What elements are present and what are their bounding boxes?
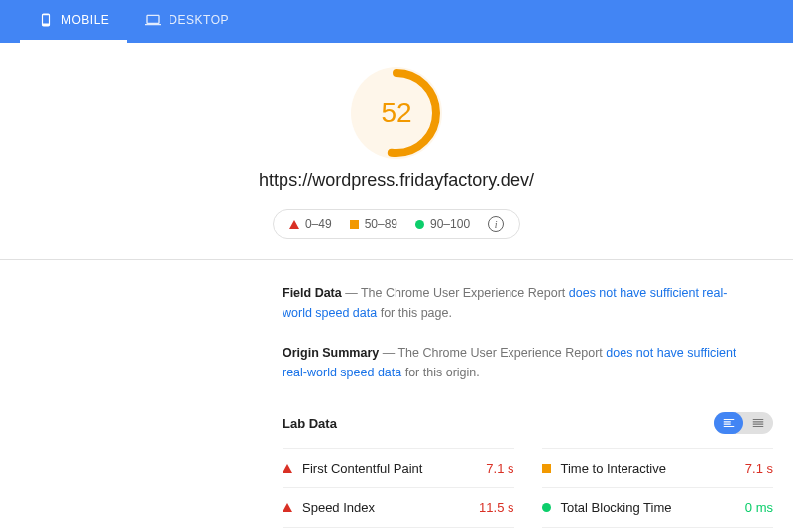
square-icon	[542, 464, 551, 473]
metric-value: 7.1 s	[486, 461, 513, 476]
origin-summary-section: Origin Summary — The Chrome User Experie…	[283, 343, 773, 382]
device-tabs: MOBILE DESKTOP	[0, 0, 793, 43]
legend-good: 90–100	[415, 217, 470, 231]
metric-name: Total Blocking Time	[561, 500, 672, 515]
legend-range: 50–89	[365, 217, 397, 231]
tested-url: https://wordpress.fridayfactory.dev/	[0, 170, 793, 191]
lab-data-header: Lab Data	[283, 412, 773, 434]
metrics-grid: First Contentful Paint 7.1 s Time to Int…	[283, 448, 773, 532]
metric-value: 11.5 s	[479, 500, 513, 515]
metric-tti: Time to Interactive 7.1 s	[542, 448, 774, 487]
info-icon[interactable]: i	[488, 216, 504, 232]
square-icon	[350, 220, 359, 229]
metric-name: First Contentful Paint	[302, 461, 422, 476]
field-data-text-pre: — The Chrome User Experience Report	[342, 286, 569, 300]
origin-summary-text-post: for this origin.	[401, 366, 480, 379]
field-data-text-post: for this page.	[377, 306, 452, 320]
laptop-icon	[145, 12, 161, 28]
legend-poor: 0–49	[289, 217, 332, 231]
toggle-right-icon	[743, 416, 773, 430]
metric-name: Time to Interactive	[561, 461, 666, 476]
triangle-icon	[289, 220, 299, 229]
field-data-label: Field Data	[283, 286, 342, 300]
legend-range: 0–49	[305, 217, 332, 231]
toggle-left-icon	[714, 412, 743, 434]
metric-tbt: Total Blocking Time 0 ms	[542, 487, 774, 527]
lab-data-title: Lab Data	[283, 416, 337, 431]
metric-cls: Cumulative Layout Shift◣ 0	[542, 527, 774, 532]
metric-fcp: First Contentful Paint 7.1 s	[283, 448, 514, 487]
score-summary: 52 https://wordpress.fridayfactory.dev/ …	[0, 43, 793, 260]
metric-value: 7.1 s	[745, 461, 773, 476]
score-gauge: 52	[351, 67, 442, 159]
metric-lcp: Largest Contentful Paint◣ 8.0 s	[283, 527, 514, 532]
score-legend: 0–49 50–89 90–100 i	[273, 209, 520, 239]
metric-name: Speed Index	[302, 500, 375, 515]
origin-summary-label: Origin Summary	[283, 346, 379, 360]
circle-icon	[415, 220, 424, 229]
phone-icon	[38, 12, 54, 28]
report-content: Field Data — The Chrome User Experience …	[0, 260, 773, 532]
tab-mobile[interactable]: MOBILE	[20, 0, 127, 43]
origin-summary-text-pre: — The Chrome User Experience Report	[379, 346, 606, 360]
metric-si: Speed Index 11.5 s	[283, 487, 514, 527]
triangle-icon	[283, 503, 292, 512]
tab-desktop[interactable]: DESKTOP	[127, 0, 247, 43]
legend-average: 50–89	[350, 217, 397, 231]
circle-icon	[542, 503, 551, 512]
triangle-icon	[283, 464, 292, 473]
score-value: 52	[381, 97, 411, 129]
legend-range: 90–100	[430, 217, 470, 231]
field-data-section: Field Data — The Chrome User Experience …	[283, 283, 773, 323]
metric-value: 0 ms	[745, 500, 773, 515]
view-toggle[interactable]	[714, 412, 773, 434]
tab-label: MOBILE	[61, 13, 109, 27]
tab-label: DESKTOP	[169, 13, 229, 27]
